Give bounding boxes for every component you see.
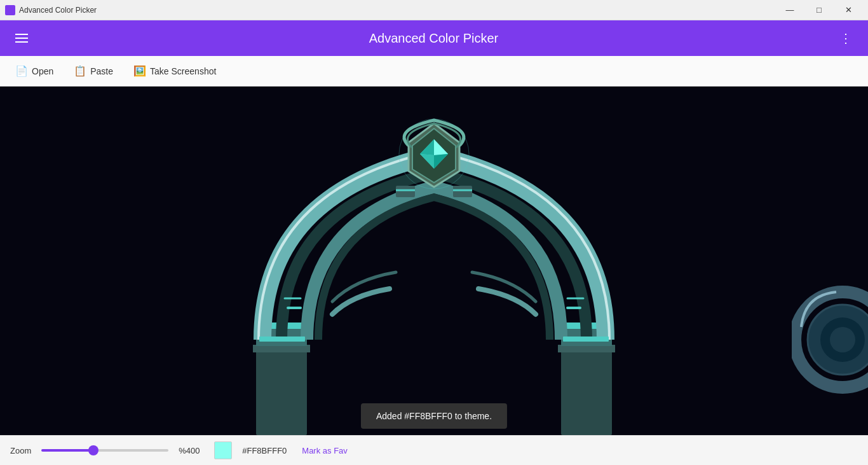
svg-rect-1: [256, 346, 307, 435]
zoom-value: %400: [179, 446, 204, 455]
title-bar-title: Advanced Color Picker: [19, 6, 97, 15]
maximize-button[interactable]: □: [804, 0, 834, 20]
title-bar: Advanced Color Picker — □ ✕: [0, 0, 868, 20]
app-header: Advanced Color Picker ⋮: [0, 20, 868, 56]
svg-point-26: [830, 327, 855, 352]
color-preview: [214, 441, 232, 459]
hamburger-line: [15, 38, 28, 39]
screenshot-label: Take Screenshot: [150, 66, 216, 76]
color-hex-value: #FF8BFFF0: [242, 446, 287, 455]
screenshot-icon: 🖼️: [133, 65, 146, 77]
mark-favorite-button[interactable]: Mark as Fav: [297, 443, 353, 458]
toolbar: 📄 Open 📋 Paste 🖼️ Take Screenshot: [0, 56, 868, 87]
main-canvas[interactable]: [0, 87, 868, 435]
svg-rect-20: [259, 337, 305, 342]
app-title: Advanced Color Picker: [33, 31, 834, 46]
svg-rect-16: [396, 186, 415, 197]
open-button[interactable]: 📄 Open: [8, 61, 61, 81]
minimize-button[interactable]: —: [775, 0, 804, 20]
screenshot-button[interactable]: 🖼️ Take Screenshot: [126, 61, 224, 81]
title-bar-controls: — □ ✕: [775, 0, 863, 20]
bottom-bar: Zoom %400 #FF8BFFF0 Mark as Fav Added #F…: [0, 435, 868, 465]
zoom-slider[interactable]: [41, 449, 168, 452]
hamburger-line: [15, 41, 28, 43]
svg-rect-21: [563, 337, 609, 342]
svg-rect-17: [453, 186, 472, 197]
svg-rect-3: [561, 346, 612, 435]
paste-label: Paste: [90, 66, 113, 76]
title-bar-left: Advanced Color Picker: [5, 5, 97, 15]
paste-button[interactable]: 📋 Paste: [66, 61, 121, 81]
hamburger-line: [15, 34, 28, 35]
app-icon: [5, 5, 15, 15]
open-icon: 📄: [15, 65, 28, 77]
zoom-label: Zoom: [10, 446, 31, 455]
more-options-button[interactable]: ⋮: [834, 25, 858, 51]
open-label: Open: [32, 66, 53, 76]
artwork: [148, 87, 720, 435]
close-button[interactable]: ✕: [834, 0, 863, 20]
paste-icon: 📋: [74, 65, 86, 77]
hamburger-button[interactable]: [10, 29, 33, 48]
side-element: [792, 276, 868, 403]
